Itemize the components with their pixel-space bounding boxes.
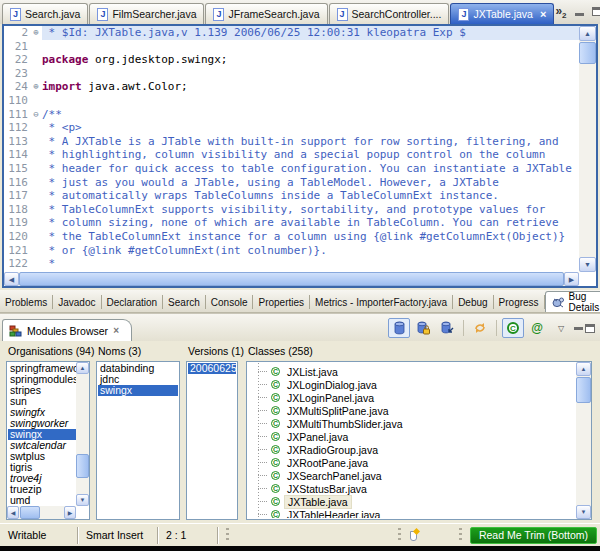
code-line[interactable]: 23 xyxy=(4,67,579,81)
code-line[interactable]: 113 * A JXTable is a JTable with built-i… xyxy=(4,135,579,149)
class-item-jxtable-java[interactable]: CJXTable.java xyxy=(248,495,576,508)
code-editor[interactable]: 2⊕ * $Id: JXTable.java,v 1.139 2006/06/2… xyxy=(2,24,598,288)
scroll-down-icon[interactable]: ▼ xyxy=(76,494,89,506)
code-line[interactable]: 121 * or {@link #getColumnExt(int colnum… xyxy=(4,244,579,258)
maximize-icon[interactable] xyxy=(592,7,600,16)
editor-tab-searchcontroller[interactable]: JSearchController.... xyxy=(329,3,450,24)
close-icon[interactable]: × xyxy=(540,8,546,20)
view-tab-debug[interactable]: Debug xyxy=(453,294,492,312)
code-line[interactable]: 114 * highlighting, column visibility an… xyxy=(4,148,579,162)
scrollbar-thumb[interactable] xyxy=(19,272,564,286)
scrollbar-thumb[interactable] xyxy=(579,42,596,64)
class-item-jxlist-java[interactable]: CJXList.java xyxy=(248,365,576,378)
scrollbar-thumb[interactable] xyxy=(76,454,89,478)
nom-item-jdnc[interactable]: jdnc xyxy=(98,374,178,385)
organisation-item-trove4j[interactable]: trove4j xyxy=(8,473,76,484)
organisations-horizontal-scrollbar[interactable]: ◀ ▶ xyxy=(7,506,76,519)
classes-list[interactable]: CJXList.javaCJXLoginDialog.javaCJXLoginP… xyxy=(246,361,592,520)
editor-tab-jframesearch-java[interactable]: JJFrameSearch.java xyxy=(205,3,327,24)
read-me-trim-button[interactable]: Read Me Trim (Bottom) xyxy=(470,527,597,544)
tab-overflow-chevron[interactable]: »2 xyxy=(555,4,566,20)
minimize-icon[interactable] xyxy=(574,327,583,330)
editor-vertical-scrollbar[interactable]: ▲ ▼ xyxy=(579,26,596,272)
organisation-item-springframewor[interactable]: springframewor xyxy=(8,363,76,374)
nom-item-swingx[interactable]: swingx xyxy=(98,385,178,396)
class-item-jxradiogroup-java[interactable]: CJXRadioGroup.java xyxy=(248,443,576,456)
view-tab-javadoc[interactable]: Javadoc xyxy=(53,294,100,312)
class-item-jxrootpane-java[interactable]: CJXRootPane.java xyxy=(248,456,576,469)
view-tab-metrics-importerfactory-java[interactable]: Metrics - ImporterFactory.java xyxy=(310,294,452,312)
close-icon[interactable]: × xyxy=(113,325,119,336)
code-line[interactable]: 110 xyxy=(4,94,579,108)
code-line[interactable]: 122 * xyxy=(4,257,579,271)
organisation-item-swtcalendar[interactable]: swtcalendar xyxy=(8,440,76,451)
database-icon[interactable] xyxy=(388,318,410,338)
organisation-item-swingfx[interactable]: swingfx xyxy=(8,407,76,418)
organisation-item-tigris[interactable]: tigris xyxy=(8,462,76,473)
fold-icon[interactable]: ⊕ xyxy=(30,80,42,94)
organisations-list[interactable]: springframeworspringmodulesstripessunswi… xyxy=(6,361,90,520)
scroll-down-icon[interactable]: ▼ xyxy=(579,257,596,272)
view-tab-search[interactable]: Search xyxy=(163,294,205,312)
organisation-item-sun[interactable]: sun xyxy=(8,396,76,407)
scroll-left-icon[interactable]: ◀ xyxy=(7,506,19,519)
annotation-filter-icon[interactable]: @ xyxy=(526,318,548,338)
organisation-item-swingworker[interactable]: swingworker xyxy=(8,418,76,429)
scroll-down-icon[interactable]: ▼ xyxy=(576,505,591,519)
scroll-up-icon[interactable]: ▲ xyxy=(76,362,89,374)
view-tab-console[interactable]: Console xyxy=(206,294,253,312)
scroll-right-icon[interactable]: ▶ xyxy=(564,272,579,286)
code-line[interactable]: 120 * the TableColumnExt instance for a … xyxy=(4,230,579,244)
code-line[interactable]: 112 * <p> xyxy=(4,121,579,135)
class-item-jxlogindialog-java[interactable]: CJXLoginDialog.java xyxy=(248,378,576,391)
scroll-up-icon[interactable]: ▲ xyxy=(576,362,591,376)
scrollbar-thumb[interactable] xyxy=(576,377,591,403)
fold-icon[interactable]: ⊕ xyxy=(30,26,42,40)
code-line[interactable]: 119 * column sizing, none of which are a… xyxy=(4,216,579,230)
view-tab-problems[interactable]: Problems xyxy=(0,294,52,312)
tab-bug-details[interactable]: Bug Details × xyxy=(545,291,600,312)
code-line[interactable]: 24⊕import java.awt.Color; xyxy=(4,80,579,94)
code-line[interactable]: 116 * just as you would a JTable, using … xyxy=(4,176,579,190)
code-line[interactable]: 22package org.jdesktop.swingx; xyxy=(4,53,579,67)
class-item-jxtableheader-java[interactable]: CJXTableHeader.java xyxy=(248,508,576,518)
scroll-right-icon[interactable]: ▶ xyxy=(64,506,76,519)
organisation-item-swingx[interactable]: swingx xyxy=(8,429,76,440)
code-line[interactable]: 117 * automatically wraps TableColumns i… xyxy=(4,189,579,203)
class-item-jxsearchpanel-java[interactable]: CJXSearchPanel.java xyxy=(248,469,576,482)
view-tab-progress[interactable]: Progress xyxy=(494,294,544,312)
class-item-jxpanel-java[interactable]: CJXPanel.java xyxy=(248,430,576,443)
organisation-item-swtplus[interactable]: swtplus xyxy=(8,451,76,462)
version-item-20060625[interactable]: 20060625 xyxy=(188,363,236,374)
view-tab-properties[interactable]: Properties xyxy=(253,294,309,312)
view-tab-declaration[interactable]: Declaration xyxy=(102,294,163,312)
code-line[interactable]: 111⊖/** xyxy=(4,108,579,122)
beaker-icon[interactable] xyxy=(409,529,419,542)
scroll-up-icon[interactable]: ▲ xyxy=(579,26,596,41)
refresh-icon[interactable] xyxy=(469,318,491,338)
editor-tab-filmsearcher-java[interactable]: JFilmSearcher.java xyxy=(89,3,204,24)
database-import-icon[interactable] xyxy=(436,318,458,338)
classes-vertical-scrollbar[interactable]: ▲ ▼ xyxy=(576,362,591,519)
editor-tab-search-java[interactable]: JSearch.java xyxy=(2,3,88,24)
organisation-item-truezip[interactable]: truezip xyxy=(8,484,76,495)
code-line[interactable]: 2⊕ * $Id: JXTable.java,v 1.139 2006/06/2… xyxy=(4,26,579,40)
class-item-jxstatusbar-java[interactable]: CJXStatusBar.java xyxy=(248,482,576,495)
editor-horizontal-scrollbar[interactable]: ◀ ▶ xyxy=(4,272,579,286)
code-line[interactable]: 21 xyxy=(4,40,579,54)
class-item-jxloginpanel-java[interactable]: CJXLoginPanel.java xyxy=(248,391,576,404)
noms-list[interactable]: databindingjdncswingx xyxy=(96,361,180,520)
code-line[interactable]: 115 * header for quick access to table c… xyxy=(4,162,579,176)
scroll-left-icon[interactable]: ◀ xyxy=(4,272,19,286)
database-lock-icon[interactable] xyxy=(412,318,434,338)
class-filter-icon[interactable]: C xyxy=(502,318,524,338)
editor-tab-jxtable-java[interactable]: JJXTable.java× xyxy=(450,3,554,24)
organisation-item-stripes[interactable]: stripes xyxy=(8,385,76,396)
class-item-jxmultisplitpane-java[interactable]: CJXMultiSplitPane.java xyxy=(248,404,576,417)
nom-item-databinding[interactable]: databinding xyxy=(98,363,178,374)
code-line[interactable]: 118 * TableColumnExt supports visibility… xyxy=(4,203,579,217)
view-menu-icon[interactable]: ▽ xyxy=(550,318,572,338)
organisations-vertical-scrollbar[interactable]: ▲ ▼ xyxy=(76,362,89,506)
organisation-item-umd[interactable]: umd xyxy=(8,495,76,506)
versions-list[interactable]: 20060625 xyxy=(186,361,238,520)
